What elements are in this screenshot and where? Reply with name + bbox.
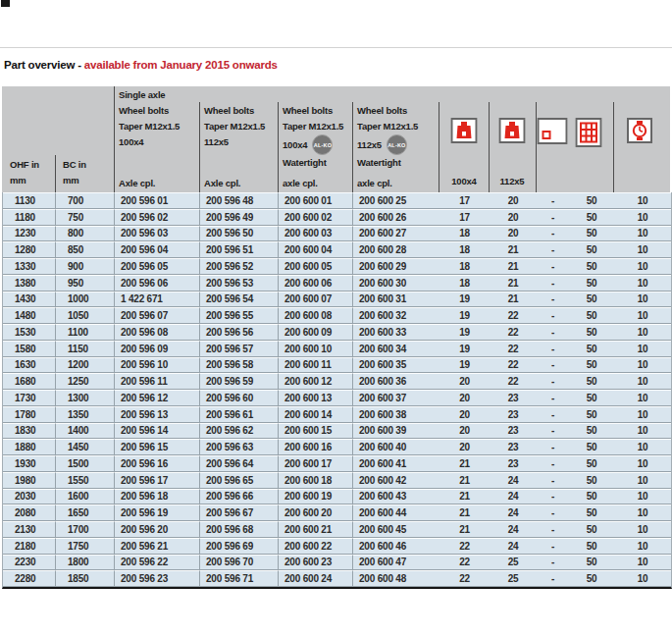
table-cell: 200 600 20 (279, 504, 353, 521)
weight-icon (451, 118, 478, 143)
table-cell: 200 600 23 (279, 555, 353, 571)
table-cell: 200 596 20 (115, 521, 200, 538)
table-cell: 22 (439, 570, 490, 587)
table-cell: 10 (614, 307, 671, 324)
table-cell: 10 (614, 472, 671, 489)
table-cell: 10 (614, 192, 671, 209)
page-title-black: Part overview - (4, 59, 84, 71)
table-cell: 18 (439, 275, 490, 292)
table-cell: 10 (614, 538, 671, 555)
header-divider (352, 102, 353, 192)
table-cell: - (537, 504, 569, 521)
table-cell: 1300 (56, 390, 115, 406)
table-cell: 20 (490, 226, 537, 242)
table-cell: 200 596 70 (200, 555, 279, 571)
table-cell: 200 600 05 (279, 258, 353, 275)
header-divider (199, 102, 200, 192)
table-cell: 1280 (3, 241, 56, 258)
table-cell: 1350 (56, 406, 115, 423)
table-cell: 2280 (3, 570, 56, 587)
table-cell: 23 (490, 423, 537, 440)
table-cell: 200 596 60 (200, 390, 279, 406)
table-cell: 21 (439, 521, 490, 538)
clock-icon (627, 118, 652, 143)
table-cell: 10 (614, 390, 671, 406)
bc-unit: mm (63, 173, 86, 188)
table-cell: 50 (569, 209, 614, 226)
table-cell: 23 (490, 439, 537, 455)
table-cell: 50 (569, 192, 614, 209)
table-cell: 200 596 53 (200, 275, 279, 292)
table-cell: 200 596 03 (115, 226, 200, 242)
table-cell: 1 422 671 (115, 292, 200, 308)
table-cell: 200 596 09 (115, 341, 200, 357)
table-cell: 21 (439, 489, 490, 505)
table-row: 15801150200 596 09200 596 57200 600 1020… (3, 341, 671, 357)
table-cell: 200 600 09 (279, 324, 353, 341)
table-cell: 200 596 11 (115, 373, 200, 390)
table-cell: 200 596 61 (200, 406, 279, 423)
table-header: Single axle OHF in mm BC in mm Wheel bol… (2, 86, 670, 192)
table-cell: 200 596 55 (200, 307, 279, 324)
table-cell: 200 600 22 (279, 538, 353, 555)
table-cell: - (537, 489, 569, 505)
table-cell: 50 (569, 439, 614, 455)
table-cell: 200 596 65 (200, 472, 279, 489)
weight-col-label-100x4: 100x4 (451, 176, 476, 186)
table-row: 14801050200 596 07200 596 55200 600 0820… (3, 307, 671, 324)
table-cell: 200 596 63 (200, 439, 279, 455)
table-cell: 1550 (56, 472, 115, 489)
table-cell: 18 (439, 258, 490, 275)
table-cell: - (537, 423, 569, 440)
table-cell: 200 596 02 (115, 209, 200, 226)
table-cell: 2230 (3, 555, 56, 571)
table-cell: 50 (569, 521, 614, 538)
table-cell: 750 (56, 209, 115, 226)
table-cell: 10 (614, 555, 671, 571)
table-cell: 22 (490, 307, 537, 324)
table-cell: 200 600 19 (279, 489, 353, 505)
table-cell: 200 600 16 (279, 439, 353, 455)
bc-label: BC in (63, 157, 86, 173)
table-cell: 200 596 19 (115, 504, 200, 521)
table-row: 1330900200 596 05200 596 52200 600 05200… (3, 258, 671, 275)
table-cell: 1230 (3, 226, 56, 242)
table-cell: 1930 (3, 455, 56, 472)
table-cell: 200 600 43 (353, 489, 439, 505)
table-cell: - (537, 226, 569, 242)
table-cell: 1430 (3, 292, 56, 308)
table-cell: 23 (490, 406, 537, 423)
table-cell: 200 596 07 (115, 307, 200, 324)
table-cell: - (537, 324, 569, 341)
part-overview-table: Single axle OHF in mm BC in mm Wheel bol… (2, 86, 670, 589)
header-line: Watertight (283, 155, 352, 171)
table-cell: 10 (614, 521, 671, 538)
header-bottom-label: Axle cpl. (119, 176, 155, 191)
table-cell: 200 600 18 (279, 472, 353, 489)
header-line: 112x5 (204, 134, 278, 150)
table-cell: 200 600 17 (279, 455, 353, 472)
page-title: Part overview - available from January 2… (4, 59, 278, 71)
column-header-axle-100x4: Wheel bolts Taper M12x1.5 100x4 Axle cpl… (119, 103, 199, 150)
table-cell: 200 600 45 (353, 521, 439, 538)
table-cell: 200 600 31 (353, 292, 439, 308)
table-cell: 24 (490, 538, 537, 555)
table-cell: 25 (490, 555, 537, 571)
header-line: 100x4 (119, 134, 199, 150)
table-row: 21801750200 596 21200 596 69200 600 2220… (3, 538, 671, 555)
table-cell: 50 (569, 555, 614, 571)
table-cell: 700 (56, 192, 115, 209)
table-cell: 1880 (3, 439, 56, 455)
table-cell: 1130 (3, 192, 56, 209)
table-cell: 50 (569, 307, 614, 324)
table-cell: 850 (56, 241, 115, 258)
table-cell: 200 596 05 (115, 258, 200, 275)
table-cell: 24 (490, 489, 537, 505)
table-cell: 200 596 62 (200, 423, 279, 440)
table-cell: 21 (439, 455, 490, 472)
table-cell: 22 (439, 538, 490, 555)
weight-col-label-112x5: 112x5 (500, 176, 525, 186)
table-cell: 10 (614, 226, 671, 242)
table-cell: 1580 (3, 341, 56, 357)
table-cell: 10 (614, 423, 671, 440)
